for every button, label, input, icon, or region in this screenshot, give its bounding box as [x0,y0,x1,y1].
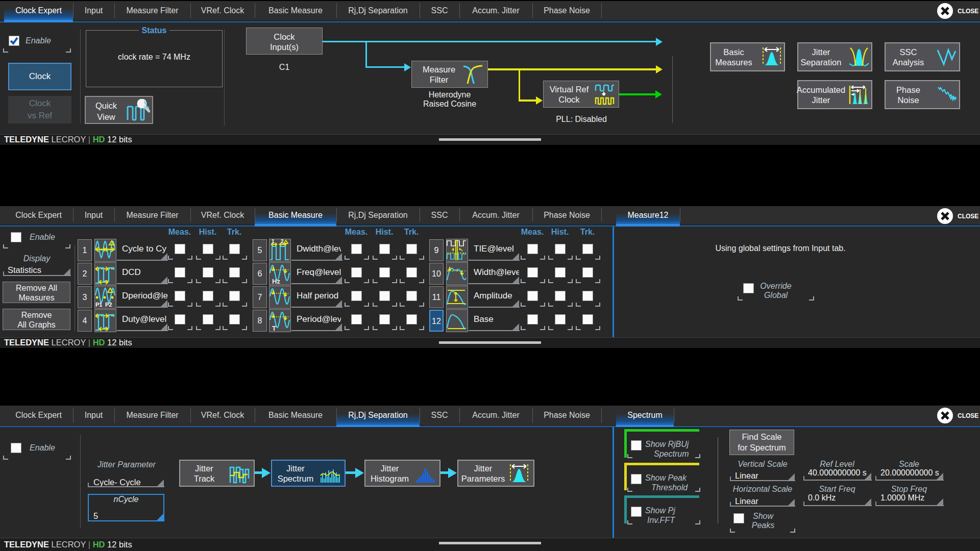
svg-text:P1: P1 [95,302,102,308]
svg-text:Hz: Hz [272,278,280,284]
svg-text:T: T [272,324,276,331]
svg-text:P2: P2 [105,302,112,308]
svg-text:1: 1 [272,239,275,244]
